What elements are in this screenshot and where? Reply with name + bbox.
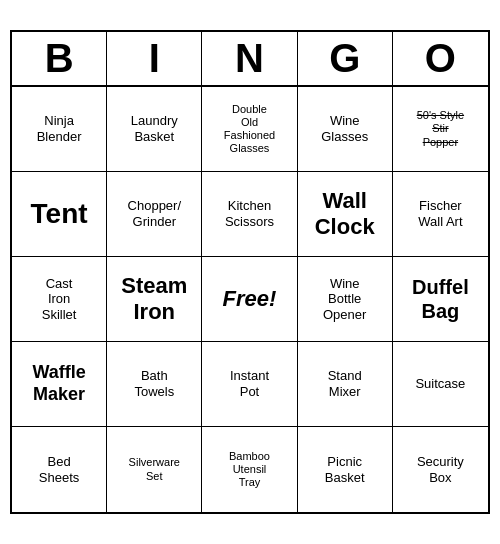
header-letter: N [202,32,297,85]
bingo-cell: Laundry Basket [107,87,202,172]
bingo-cell: Free! [202,257,297,342]
bingo-cell: Duffel Bag [393,257,488,342]
bingo-cell: Wine Bottle Opener [298,257,393,342]
bingo-cell: Bath Towels [107,342,202,427]
bingo-cell: Security Box [393,427,488,512]
bingo-cell: Cast Iron Skillet [12,257,107,342]
bingo-cell: Silverware Set [107,427,202,512]
bingo-cell: Stand Mixer [298,342,393,427]
header-letter: B [12,32,107,85]
bingo-cell: Suitcase [393,342,488,427]
bingo-cell: Double Old Fashioned Glasses [202,87,297,172]
bingo-cell: Instant Pot [202,342,297,427]
bingo-cell: Ninja Blender [12,87,107,172]
bingo-cell: Chopper/ Grinder [107,172,202,257]
header-letter: I [107,32,202,85]
bingo-cell: Bed Sheets [12,427,107,512]
bingo-cell: Bamboo Utensil Tray [202,427,297,512]
bingo-cell: Steam Iron [107,257,202,342]
bingo-card: BINGO Ninja BlenderLaundry BasketDouble … [10,30,490,514]
bingo-cell: Picnic Basket [298,427,393,512]
bingo-header: BINGO [12,32,488,87]
bingo-cell: Kitchen Scissors [202,172,297,257]
bingo-cell: Waffle Maker [12,342,107,427]
bingo-cell: 50's Style Stir Popper [393,87,488,172]
bingo-cell: Fischer Wall Art [393,172,488,257]
bingo-cell: Wall Clock [298,172,393,257]
bingo-cell: Wine Glasses [298,87,393,172]
header-letter: O [393,32,488,85]
bingo-grid: Ninja BlenderLaundry BasketDouble Old Fa… [12,87,488,512]
bingo-cell: Tent [12,172,107,257]
header-letter: G [298,32,393,85]
